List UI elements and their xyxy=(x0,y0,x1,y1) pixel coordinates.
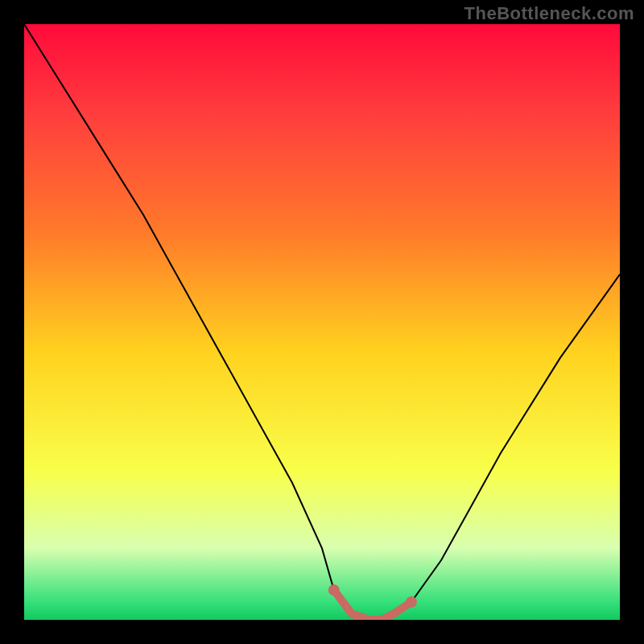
highlight-dot xyxy=(328,584,340,596)
chart-svg xyxy=(24,24,620,620)
bottleneck-chart xyxy=(24,24,620,620)
watermark-label: TheBottleneck.com xyxy=(464,3,634,24)
gradient-background xyxy=(24,24,620,620)
highlight-dot xyxy=(406,597,417,608)
chart-frame: TheBottleneck.com xyxy=(0,0,644,644)
